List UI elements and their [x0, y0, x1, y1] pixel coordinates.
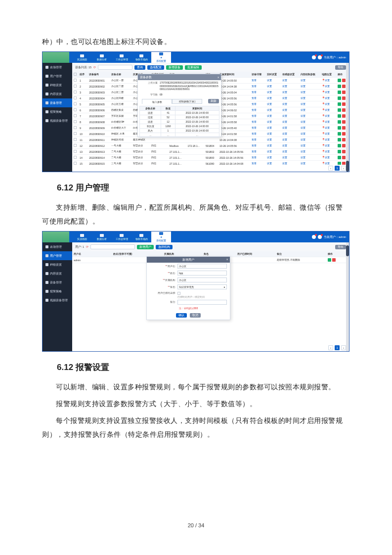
- popup-close[interactable]: x: [218, 76, 219, 79]
- btn-cfg[interactable]: 选项配置: [147, 65, 164, 70]
- device-param-popup: 设备参数x 上传方案170700E200280500122018103A15A5…: [137, 74, 221, 137]
- btn-batch[interactable]: 批量编辑: [185, 65, 202, 70]
- btn-query[interactable]: 查询: [134, 65, 145, 70]
- pg-next[interactable]: ›: [341, 166, 346, 171]
- para-alarm1: 可以新增、编辑、设置多种报警规则，每个属于报警规则的参数都可以按照本规则报警。: [42, 380, 349, 394]
- rf-scheme: 170700E200280500122018103A15A50343021000…: [160, 81, 219, 91]
- nav-realtime[interactable]: 实况画面: [72, 52, 92, 63]
- popup-title: 设备参数: [140, 76, 152, 79]
- pg-1[interactable]: 1: [335, 166, 340, 171]
- page-footer: 20 / 34: [0, 522, 392, 528]
- para-alarm3: 每个报警规则支持设置独立报警接收人，支持时间模板（只有符合模板的时间才启用报警规…: [42, 414, 349, 441]
- para-alarm2: 报警规则支持设置参数报警方式（大于、小于、等于数值等）。: [42, 397, 349, 411]
- device-count: 设备列表: 15: [75, 66, 91, 69]
- inp-memo[interactable]: [177, 300, 227, 305]
- side-alarm[interactable]: 报警策略: [43, 107, 72, 116]
- inp-fullname[interactable]: bgq: [177, 271, 227, 276]
- inp-username[interactable]: 办公区: [177, 264, 227, 269]
- modal-close[interactable]: x: [226, 258, 228, 261]
- pg-prev[interactable]: ‹: [328, 166, 333, 171]
- device-row[interactable]: 1420220830914二号大棚智慧农业 四信27.101.1...50180…: [72, 155, 349, 161]
- top-nav: 实况画面 数据分析 工作运管理 物联市场的 ★系统配置 当前用户：admin: [43, 52, 349, 63]
- modal-title: 新增用户: [182, 258, 194, 262]
- side-user[interactable]: 用户管理: [43, 72, 72, 81]
- op-del[interactable]: [332, 258, 336, 262]
- side-plant[interactable]: 种植设置: [43, 81, 72, 90]
- btn-export[interactable]: 导出: [335, 65, 346, 70]
- new-user-modal: 新增用户x **用户名:办公区 **姓名:bgq **所属机构:办公区 **角色…: [146, 256, 230, 320]
- logo: [43, 52, 69, 63]
- nav-sysconfig[interactable]: ★系统配置: [151, 52, 171, 63]
- btn-confirm[interactable]: 确认: [176, 313, 187, 318]
- side-video[interactable]: 视频设备管理: [43, 116, 72, 125]
- nav-market[interactable]: 物联市场的: [131, 52, 151, 63]
- toolbar: 设备列表: 15 ⟳ 查询 选项配置 新增设备 批量编辑 导出: [72, 63, 349, 72]
- side-device[interactable]: 设备管理: [43, 98, 72, 107]
- user-toolbar: 用户: 1 ⟳ 新增用户 选择机构 导出: [72, 242, 349, 251]
- side-user-active[interactable]: 用户管理: [43, 251, 72, 260]
- para-top: 种）中，也可以在地图上标注不同设备。: [42, 35, 349, 48]
- screenshot-user-mgmt: 实况画面 数据分析 工作运管理 物联市场的 ★系统配置 当前用户：admin 农…: [42, 231, 349, 352]
- nav-workmgmt[interactable]: 工作运管理: [112, 52, 131, 63]
- notify-icon[interactable]: [312, 55, 316, 59]
- logo-2: [43, 231, 69, 242]
- notify-icon-2[interactable]: [318, 55, 322, 59]
- top-nav-2: 实况画面 数据分析 工作运管理 物联市场的 ★系统配置 当前用户：admin: [43, 231, 349, 242]
- side-farm[interactable]: 农场管理: [43, 63, 72, 72]
- btn-cancel[interactable]: 取消: [190, 313, 201, 318]
- para-user: 支持新增、删除、编辑用户，配置所属机构、所属角色、对应手机号、邮箱、微信等（报警…: [42, 200, 349, 228]
- sidebar-2: 农场管理 用户管理 种植设置 内容设置 设备管理 报警策略 视频设备管理: [43, 242, 72, 351]
- btn-sel-org[interactable]: 选择机构: [156, 245, 173, 249]
- rf-byte: 69: [160, 93, 219, 96]
- search-input[interactable]: [98, 65, 132, 70]
- btn-new-user[interactable]: 新增用户: [137, 245, 154, 249]
- device-row[interactable]: 1120220830911种植区传感藏乐神城区 10-26 14:04:08 查…: [72, 137, 349, 143]
- user-search[interactable]: [90, 244, 135, 249]
- right-nav: 当前用户：admin: [312, 55, 349, 59]
- screenshot-device-mgmt: 实况画面 数据分析 工作运管理 物联市场的 ★系统配置 当前用户：admin 农…: [42, 51, 349, 172]
- device-row[interactable]: 1520220830915三号大棚智慧农业 四信27.101.1...56108…: [72, 161, 349, 165]
- btn-refresh[interactable]: 刷新: [208, 99, 219, 103]
- tab-input[interactable]: 输入参数: [142, 99, 172, 104]
- nav-analysis[interactable]: 数据分析: [92, 52, 112, 63]
- sel-role[interactable]: 知识资管理员▸: [177, 284, 227, 289]
- tab-control[interactable]: 控制参数(下发): [172, 99, 202, 104]
- op-edit[interactable]: [328, 258, 331, 262]
- user-count: 用户: 1: [75, 245, 84, 249]
- chk-bound[interactable]: [177, 292, 180, 295]
- btn-new[interactable]: 新增设备: [166, 65, 183, 70]
- device-row[interactable]: 1220220830912一号大棚智慧农业 四信Modbus172.18.1..…: [72, 143, 349, 149]
- sidebar: 农场管理 用户管理 种植设置 内容设置 设备管理 报警策略 视频设备管理: [43, 63, 72, 172]
- user-label[interactable]: 当前用户：admin: [324, 56, 346, 59]
- pager: ‹ 1 ›: [72, 165, 349, 172]
- inp-org[interactable]: 办公区: [177, 278, 227, 282]
- heading-user-mgmt: 6.12 用户管理: [57, 182, 349, 193]
- device-row[interactable]: 1320220830913二号大棚智慧农业 四信27.101.1...50180…: [72, 149, 349, 155]
- side-content[interactable]: 内容设置: [43, 90, 72, 98]
- pwd-warning: 注：密码默认888: [147, 306, 230, 311]
- btn-user-export[interactable]: 导出: [335, 245, 346, 249]
- heading-alarm: 6.12 报警设置: [57, 362, 349, 373]
- select-all[interactable]: [74, 73, 77, 76]
